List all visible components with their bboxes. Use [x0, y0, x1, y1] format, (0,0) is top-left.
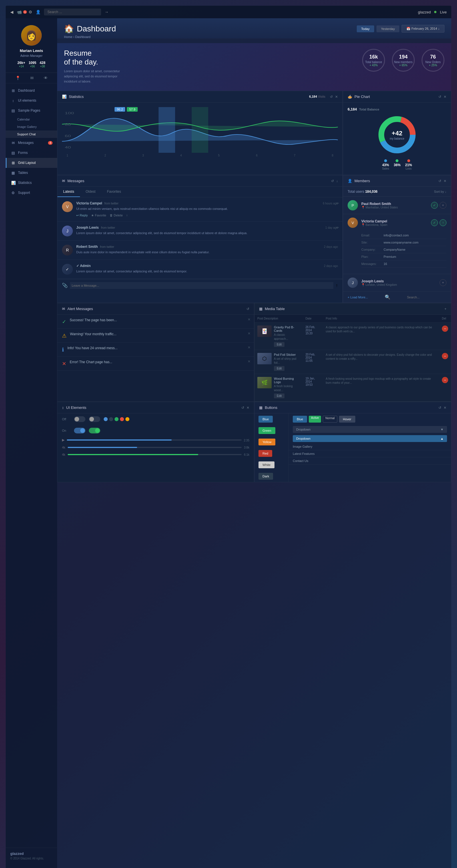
- buttons-close-btn[interactable]: ✕: [444, 406, 447, 410]
- member-add-btn-joseph[interactable]: +: [439, 279, 447, 286]
- sidebar-item-sample-pages[interactable]: ▤ Sample Pages: [6, 106, 57, 116]
- tab-oldest[interactable]: Oldest: [80, 187, 101, 197]
- btn-green[interactable]: Green: [258, 427, 275, 434]
- media-delete-btn-1[interactable]: –: [442, 326, 448, 332]
- today-button[interactable]: Today: [357, 25, 374, 32]
- user-icon[interactable]: 👤: [36, 10, 40, 14]
- ui-refresh-btn[interactable]: ↺: [241, 406, 244, 410]
- members-refresh-btn[interactable]: ↺: [438, 179, 441, 183]
- btn-state-blue[interactable]: Blue: [293, 416, 307, 423]
- toggle-on-track[interactable]: [74, 428, 85, 433]
- profile-stats: 26k+ +14 1095 +56 428 +38: [18, 61, 45, 68]
- alert-close-warning[interactable]: ✕: [248, 332, 250, 336]
- alert-close-success[interactable]: ✕: [248, 317, 250, 321]
- stats-refresh-btn[interactable]: ↺: [330, 95, 333, 99]
- pie-refresh-btn[interactable]: ↺: [438, 95, 441, 99]
- ui-close-btn[interactable]: ✕: [246, 406, 249, 410]
- back-icon[interactable]: ◀: [10, 10, 13, 14]
- messages-nav-label: Messages: [18, 141, 34, 145]
- btn-blue[interactable]: Blue: [258, 416, 273, 423]
- search-submit-icon[interactable]: →: [104, 10, 109, 14]
- slider-1[interactable]: [67, 439, 242, 440]
- sidebar-item-ui-elements[interactable]: ↕ UI elements: [6, 96, 57, 106]
- msg-content-victoria: Victoria Campel from twitter 6 hours ago…: [76, 201, 338, 217]
- btn-white[interactable]: White: [258, 461, 274, 468]
- alert-refresh-btn[interactable]: ↺: [246, 307, 249, 311]
- msg-send-icon[interactable]: ↑: [336, 283, 338, 288]
- yesterday-button[interactable]: Yesterday: [376, 25, 400, 32]
- sidebar-send-icon[interactable]: ✉: [30, 76, 34, 80]
- list-item-contact-us[interactable]: Contact Us: [289, 457, 451, 465]
- message-input[interactable]: [70, 282, 333, 289]
- member-check-btn-paul[interactable]: ✓: [431, 202, 438, 209]
- alert-close-info[interactable]: ✕: [248, 345, 250, 349]
- sort-button[interactable]: Sort by ↓: [434, 190, 447, 193]
- sidebar-eye-icon[interactable]: 👁: [44, 76, 48, 80]
- statistics-widget-header: 📊 Statistics 6,184 Visits ↺ ✕: [57, 91, 342, 102]
- load-more-button[interactable]: + Load More...: [347, 296, 368, 299]
- btn-yellow[interactable]: Yellow: [258, 439, 275, 445]
- toggle-off-track-2[interactable]: [89, 416, 100, 422]
- member-info-victoria: Victoria Campel 📍 Barcelona, Spain: [361, 219, 428, 226]
- sidebar-sub-image-gallery[interactable]: Image Gallery: [6, 123, 57, 130]
- buttons-refresh-btn[interactable]: ↺: [438, 406, 441, 410]
- slider-3[interactable]: [68, 454, 242, 455]
- dropdown-btn-1[interactable]: Dropdown ▼: [293, 426, 447, 433]
- tab-favorites[interactable]: Favorites: [101, 187, 126, 197]
- reply-button[interactable]: ↩ Reply: [76, 214, 88, 217]
- msg-external-link[interactable]: ✏: [336, 201, 339, 205]
- sidebar-item-messages[interactable]: ✉ Messages 4: [6, 138, 57, 148]
- list-item-image-gallery[interactable]: Image Gallery: [289, 443, 451, 450]
- sidebar-item-tables[interactable]: ▦ Tables: [6, 168, 57, 178]
- msg-time-victoria: 6 hours ago: [323, 202, 338, 205]
- sidebar-item-statistics[interactable]: 📊 Statistics: [6, 178, 57, 188]
- breadcrumb-home[interactable]: Home: [64, 35, 72, 38]
- media-delete-btn-2[interactable]: –: [442, 353, 448, 359]
- member-add-btn-paul[interactable]: +: [439, 202, 447, 209]
- sidebar-sub-calendar[interactable]: Calendar: [6, 116, 57, 123]
- media-edit-btn-3[interactable]: Edit: [274, 394, 284, 398]
- messages-refresh-btn[interactable]: ↺: [331, 179, 334, 183]
- toggle-green-on-track[interactable]: [89, 428, 100, 433]
- list-item-latest-features[interactable]: Latest Features: [289, 450, 451, 457]
- settings-icon[interactable]: ⚙: [29, 10, 32, 14]
- btn-hover[interactable]: Hover: [339, 416, 355, 423]
- sidebar-item-grid-layout[interactable]: ⊞ Grid Layout: [6, 158, 57, 168]
- member-actions-paul: ✓ +: [431, 202, 447, 209]
- dropdown-btn-2[interactable]: Dropdown ▲: [293, 435, 447, 442]
- delete-button[interactable]: 🗑 Delete: [110, 214, 123, 217]
- tab-latests[interactable]: Latests: [57, 187, 80, 197]
- media-edit-btn-2[interactable]: Edit: [274, 366, 284, 371]
- msg-avatar-admin: ✓: [62, 264, 73, 275]
- favorite-button[interactable]: ★ Favorite: [91, 214, 106, 217]
- media-edit-btn-1[interactable]: Edit: [274, 342, 284, 347]
- date-picker-button[interactable]: 📅 February 26, 2014 ↓: [402, 25, 445, 33]
- btn-dark[interactable]: Dark: [258, 473, 273, 480]
- sidebar-item-forms[interactable]: ▤ Forms: [6, 148, 57, 158]
- members-widget-actions: ↺ ✕: [438, 179, 447, 183]
- media-add-btn[interactable]: +: [445, 307, 447, 311]
- msg-attach-icon[interactable]: 📎: [62, 283, 68, 288]
- play-icon[interactable]: ▶: [62, 438, 65, 442]
- video-icon[interactable]: 📹: [17, 10, 22, 14]
- members-search-input[interactable]: [407, 296, 447, 299]
- slider-2[interactable]: [68, 447, 242, 448]
- msg-up-btn[interactable]: ↑: [126, 214, 128, 217]
- btn-red[interactable]: Red: [258, 450, 272, 457]
- sidebar-location-icon[interactable]: 📍: [16, 76, 20, 80]
- media-delete-btn-3[interactable]: –: [442, 377, 448, 383]
- msg-edit-link[interactable]: ✏: [336, 225, 339, 229]
- members-close-btn[interactable]: ✕: [444, 179, 447, 183]
- pie-close-btn[interactable]: ✕: [444, 95, 447, 99]
- sidebar-item-dashboard[interactable]: ⊞ Dashboard: [6, 86, 57, 96]
- alert-close-error[interactable]: ✕: [248, 360, 250, 364]
- member-check-btn-victoria[interactable]: ✓: [431, 219, 438, 226]
- sidebar-item-support[interactable]: ⚙ Support: [6, 188, 57, 198]
- media-row-3-info: A fresh looking wood burning psd logo mo…: [323, 374, 439, 401]
- member-up-btn-victoria[interactable]: ↑: [439, 219, 447, 226]
- search-input[interactable]: [44, 8, 101, 16]
- toggle-off-track[interactable]: [74, 416, 85, 422]
- stats-close-btn[interactable]: ✕: [335, 95, 338, 99]
- sidebar-sub-support-chat[interactable]: Support Chat: [6, 130, 57, 138]
- messages-down-btn[interactable]: ↓: [336, 179, 338, 183]
